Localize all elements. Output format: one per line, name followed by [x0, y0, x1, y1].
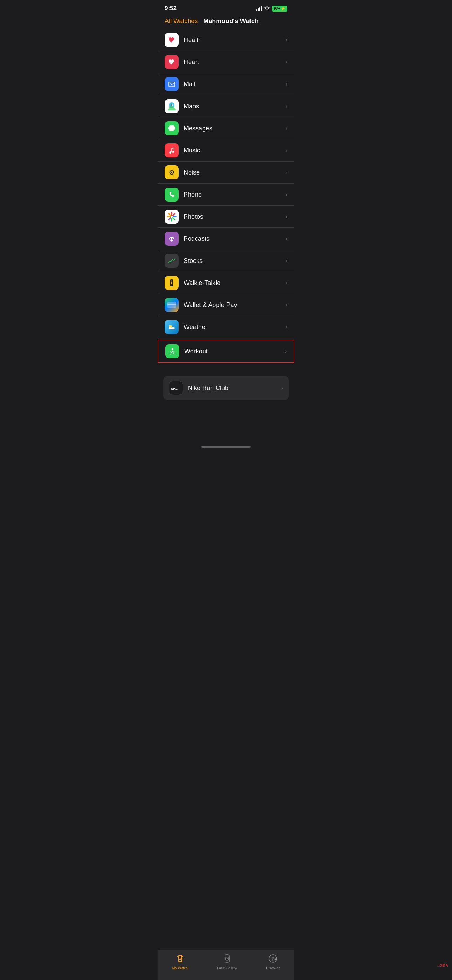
walkie-talkie-icon — [165, 276, 179, 290]
svg-point-17 — [170, 216, 173, 218]
health-label: Health — [184, 37, 286, 44]
nike-run-club-label: Nike Run Club — [188, 385, 282, 392]
list-item[interactable]: Podcasts › — [158, 228, 294, 250]
photos-icon — [165, 210, 179, 224]
status-icons: 97+ ⚡ — [256, 6, 287, 11]
chevron-icon: › — [286, 103, 287, 109]
phone-label: Phone — [184, 191, 286, 198]
list-item[interactable]: Weather › — [158, 316, 294, 338]
nike-list-item[interactable]: NRC Nike Run Club › — [163, 376, 289, 400]
wallet-icon — [165, 298, 179, 312]
mail-icon — [165, 77, 179, 91]
messages-icon — [165, 121, 179, 135]
workout-label: Workout — [184, 348, 285, 355]
status-time: 9:52 — [165, 5, 177, 12]
svg-point-14 — [171, 172, 172, 173]
chevron-icon: › — [285, 348, 286, 354]
svg-point-10 — [172, 151, 174, 153]
svg-rect-2 — [167, 79, 177, 89]
svg-point-31 — [172, 348, 173, 350]
music-label: Music — [184, 147, 286, 154]
messages-label: Messages — [184, 125, 286, 132]
maps-icon — [165, 99, 179, 113]
mail-label: Mail — [184, 81, 286, 88]
weather-icon — [165, 320, 179, 334]
podcasts-label: Podcasts — [184, 235, 286, 243]
svg-rect-28 — [167, 304, 176, 305]
list-item[interactable]: Heart › — [158, 51, 294, 73]
svg-rect-8 — [167, 145, 177, 155]
heart-icon — [165, 55, 179, 69]
nike-icon: NRC — [169, 381, 183, 395]
list-item[interactable]: Walkie-Talkie › — [158, 272, 294, 294]
chevron-icon: › — [286, 191, 287, 198]
chevron-icon: › — [286, 59, 287, 65]
list-item[interactable]: Maps › — [158, 95, 294, 118]
phone-icon — [165, 188, 179, 202]
noise-icon — [165, 165, 179, 180]
list-item[interactable]: Music › — [158, 140, 294, 162]
page-title: Mahmoud's Watch — [203, 18, 259, 25]
battery-indicator: 97+ ⚡ — [272, 6, 287, 11]
section-gap — [158, 366, 294, 376]
chevron-icon: › — [286, 169, 287, 176]
chevron-icon: › — [286, 81, 287, 87]
list-item[interactable]: Noise › — [158, 162, 294, 184]
stocks-label: Stocks — [184, 257, 286, 265]
list-item[interactable]: Messages › — [158, 118, 294, 140]
svg-rect-15 — [167, 189, 177, 199]
chevron-icon: › — [286, 37, 287, 43]
chevron-icon: › — [286, 125, 287, 131]
status-bar: 9:52 97+ ⚡ — [158, 0, 294, 15]
photos-label: Photos — [184, 213, 286, 221]
chevron-icon: › — [286, 147, 287, 154]
music-icon — [165, 143, 179, 158]
chevron-icon: › — [286, 302, 287, 308]
chevron-icon: › — [286, 324, 287, 330]
chevron-icon: › — [286, 213, 287, 220]
chevron-icon: › — [286, 280, 287, 286]
chevron-icon: › — [282, 385, 283, 391]
weather-label: Weather — [184, 323, 286, 331]
noise-label: Noise — [184, 169, 286, 176]
list-item[interactable]: Wallet & Apple Pay › — [158, 294, 294, 316]
home-indicator — [158, 442, 294, 454]
list-item[interactable]: Stocks › — [158, 250, 294, 272]
svg-rect-27 — [167, 302, 176, 308]
workout-icon — [166, 344, 180, 358]
list-item[interactable]: Health › — [158, 29, 294, 51]
svg-text:NRC: NRC — [171, 387, 178, 390]
maps-label: Maps — [184, 103, 286, 110]
svg-point-9 — [169, 151, 171, 154]
nike-section: NRC Nike Run Club › — [163, 376, 289, 400]
health-icon — [165, 33, 179, 47]
svg-point-26 — [171, 281, 172, 282]
podcasts-icon — [165, 232, 179, 246]
chevron-icon: › — [286, 235, 287, 242]
wallet-label: Wallet & Apple Pay — [184, 301, 286, 309]
list-item[interactable]: Phone › — [158, 184, 294, 206]
menu-list: Health › Heart › Mail › Maps › Messages … — [158, 29, 294, 366]
list-item[interactable]: Mail › — [158, 73, 294, 95]
bottom-spacer — [158, 407, 294, 442]
nav-header: All Watches Mahmoud's Watch — [158, 15, 294, 29]
home-bar — [202, 446, 250, 448]
wifi-icon — [264, 6, 270, 11]
list-item[interactable]: Photos › — [158, 206, 294, 228]
stocks-icon — [165, 254, 179, 268]
signal-icon — [256, 6, 262, 11]
heart-label: Heart — [184, 59, 286, 66]
all-watches-link[interactable]: All Watches — [165, 18, 197, 25]
svg-rect-25 — [171, 282, 172, 284]
walkie-talkie-label: Walkie-Talkie — [184, 279, 286, 287]
chevron-icon: › — [286, 258, 287, 264]
workout-list-item[interactable]: Workout › — [158, 340, 294, 363]
